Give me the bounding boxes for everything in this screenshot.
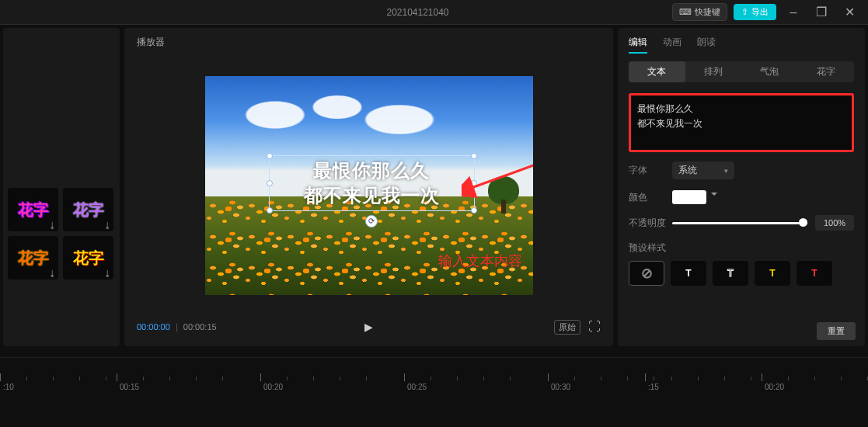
player-controls: 00:00:00 | 00:00:15 ▶ 原始 ⛶ (137, 315, 601, 338)
chevron-down-icon: ▾ (724, 167, 728, 175)
preset-label: 预设样式 (629, 241, 854, 255)
total-time: 00:00:15 (183, 322, 217, 332)
properties-panel: 编辑 动画 朗读 文本 排列 气泡 花字 最恨你那么久 都不来见我一次 字体 系… (618, 28, 865, 346)
thumb-style-3[interactable]: 花字⭳ (8, 236, 58, 279)
tick-label: :15 (648, 383, 659, 391)
subtab-text[interactable]: 文本 (629, 61, 685, 82)
subtab-fancy[interactable]: 花字 (798, 61, 855, 82)
slider-thumb[interactable] (799, 218, 807, 227)
export-button[interactable]: ⇧ 导出 (734, 4, 776, 20)
thumb-style-2[interactable]: 花字⭳ (63, 188, 113, 231)
preset-4[interactable]: T (797, 261, 832, 286)
resize-handle-ml[interactable] (267, 180, 273, 186)
player-title: 播放器 (137, 36, 601, 49)
text-input[interactable]: 最恨你那么久 都不来见我一次 (637, 102, 845, 144)
ratio-button[interactable]: 原始 (554, 320, 580, 335)
resize-handle-br[interactable] (471, 207, 477, 214)
tick-label: 00:30 (551, 383, 570, 391)
font-select[interactable]: 系统 ▾ (672, 161, 734, 179)
color-picker[interactable] (672, 190, 706, 204)
opacity-slider[interactable] (672, 222, 807, 224)
main-area: 花字⭳ 花字⭳ 花字⭳ 花字⭳ 播放器 最恨你那么久 都不来见我一次 (0, 25, 868, 349)
style-thumbnails-panel: 花字⭳ 花字⭳ 花字⭳ 花字⭳ (3, 28, 120, 346)
font-label: 字体 (629, 164, 672, 177)
tab-edit[interactable]: 编辑 (629, 36, 647, 54)
tick-label: 00:15 (120, 383, 139, 391)
timeline-ruler[interactable]: :1000:1500:2000:2500:30:1500:20 (0, 373, 868, 404)
preset-none[interactable]: ⊘ (629, 261, 664, 286)
annotation-text: 输入文本内容 (438, 252, 522, 270)
resize-handle-mr[interactable] (471, 180, 477, 186)
tick-label: :10 (3, 383, 14, 391)
resize-handle-bl[interactable] (267, 207, 273, 214)
resize-handle-tr[interactable] (471, 153, 477, 159)
titlebar: 202104121040 ⌨ 快捷键 ⇧ 导出 – ❐ ✕ (0, 0, 868, 25)
text-overlay-box[interactable]: 最恨你那么久 都不来见我一次 ⟳ (269, 155, 475, 211)
subtab-arrange[interactable]: 排列 (685, 61, 742, 82)
tab-read[interactable]: 朗读 (697, 36, 716, 54)
thumb-style-4[interactable]: 花字⭳ (63, 236, 113, 279)
maximize-button[interactable]: ❐ (810, 3, 832, 22)
fullscreen-icon[interactable]: ⛶ (588, 320, 601, 334)
color-label: 颜色 (629, 191, 672, 204)
play-button[interactable]: ▶ (364, 321, 373, 333)
project-title: 202104121040 (386, 7, 448, 18)
player-panel: 播放器 最恨你那么久 都不来见我一次 ⟳ (124, 28, 613, 346)
tick-label: 00:20 (263, 383, 283, 391)
preset-1[interactable]: T (671, 261, 706, 286)
timeline[interactable]: :1000:1500:2000:2500:30:1500:20 (0, 357, 868, 427)
download-icon: ⭳ (103, 269, 112, 278)
video-frame[interactable]: 最恨你那么久 都不来见我一次 ⟳ 输入文本内容 (205, 76, 533, 295)
preset-3[interactable]: T (755, 261, 790, 286)
resize-handle-tl[interactable] (267, 153, 273, 159)
download-icon: ⭳ (103, 220, 112, 230)
opacity-value[interactable]: 100% (815, 215, 854, 231)
export-icon: ⇧ (741, 7, 748, 17)
minimize-button[interactable]: – (783, 3, 804, 22)
tick-label: 00:20 (765, 383, 784, 391)
rotate-handle[interactable]: ⟳ (365, 215, 378, 227)
current-time: 00:00:00 (137, 322, 170, 332)
text-input-highlight: 最恨你那么久 都不来见我一次 (629, 93, 854, 152)
player-view[interactable]: 最恨你那么久 都不来见我一次 ⟳ 输入文本内容 (137, 55, 601, 315)
close-button[interactable]: ✕ (838, 3, 860, 22)
tick-label: 00:25 (407, 383, 427, 391)
thumb-style-1[interactable]: 花字⭳ (8, 188, 58, 231)
subtab-bubble[interactable]: 气泡 (741, 61, 798, 82)
download-icon: ⭳ (48, 220, 57, 230)
keyboard-icon: ⌨ (679, 7, 692, 17)
preset-2[interactable]: T (713, 261, 748, 286)
shortcut-button[interactable]: ⌨ 快捷键 (672, 3, 727, 21)
download-icon: ⭳ (48, 269, 57, 278)
tab-anim[interactable]: 动画 (663, 36, 682, 54)
opacity-label: 不透明度 (629, 217, 672, 230)
reset-button[interactable]: 重置 (817, 322, 856, 340)
